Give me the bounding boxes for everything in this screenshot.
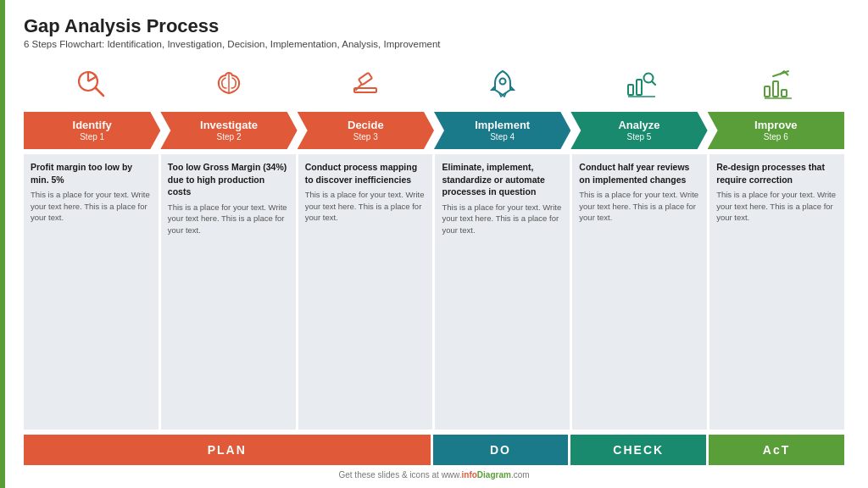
cards-row: Profit margin too low by min. 5% This is… (24, 154, 844, 430)
chart-search-icon (620, 64, 659, 103)
card-6: Re-design processes that require correct… (709, 154, 844, 430)
svg-rect-12 (765, 86, 770, 97)
card-2: Too low Gross Margin (34%) due to high p… (161, 154, 296, 430)
card-3: Conduct process mapping to discover inef… (298, 154, 433, 430)
step-3-arrow: Decide Step 3 (298, 112, 434, 149)
footer: Get these slides & icons at www.infoDiag… (24, 470, 844, 480)
step-6-arrow: Improve Step 6 (708, 112, 844, 149)
icon-cell-3 (298, 59, 434, 108)
icon-cell-1 (24, 59, 160, 108)
pdca-check-label: CHECK (613, 443, 664, 457)
step-1-arrow: Identify Step 1 (24, 112, 160, 149)
step-3-sub: Step 3 (348, 132, 384, 142)
step-3-label: Decide (348, 119, 384, 132)
card-5-title: Conduct half year reviews on implemented… (579, 161, 700, 186)
pdca-do-block: DO (433, 435, 569, 465)
card-1-body: This is a place for your text. Write you… (31, 189, 152, 223)
card-5: Conduct half year reviews on implemented… (572, 154, 707, 430)
card-3-body: This is a place for your text. Write you… (305, 189, 426, 223)
pdca-plan-block: PLAN (24, 435, 431, 465)
card-6-body: This is a place for your text. Write you… (716, 189, 837, 223)
step-5-label: Analyze (618, 119, 659, 132)
step-5-sub: Step 5 (618, 132, 659, 142)
svg-rect-8 (637, 80, 642, 95)
icon-cell-4 (434, 59, 570, 108)
svg-line-1 (96, 88, 103, 96)
step-5-arrow: Analyze Step 5 (570, 112, 707, 149)
step-2-label: Investigate (200, 119, 258, 132)
page-subtitle: 6 Steps Flowchart: Identification, Inves… (24, 39, 844, 49)
chart-up-icon (756, 64, 795, 103)
header: Gap Analysis Process 6 Steps Flowchart: … (24, 15, 844, 49)
card-6-title: Re-design processes that require correct… (716, 161, 837, 186)
pdca-act-block: AcT (709, 435, 844, 465)
brain-icon (209, 64, 248, 103)
gavel-icon (346, 64, 385, 103)
step-1-sub: Step 1 (73, 132, 112, 142)
left-accent-bar (0, 0, 5, 488)
step-6-sub: Step 6 (754, 132, 798, 142)
rocket-icon (483, 64, 522, 103)
card-5-body: This is a place for your text. Write you… (579, 189, 700, 223)
card-1-title: Profit margin too low by min. 5% (31, 161, 152, 186)
svg-point-2 (94, 87, 97, 90)
step-2-arrow: Investigate Step 2 (160, 112, 297, 149)
svg-point-6 (499, 79, 505, 85)
step-2-sub: Step 2 (200, 132, 258, 142)
pdca-row: PLAN DO CHECK AcT (24, 435, 844, 465)
card-4: Eliminate, implement, standardize or aut… (435, 154, 570, 430)
page-container: Gap Analysis Process 6 Steps Flowchart: … (0, 0, 868, 488)
svg-rect-7 (628, 85, 633, 95)
footer-brand: infoDiagram (462, 470, 511, 480)
step-6-label: Improve (754, 119, 798, 132)
card-3-title: Conduct process mapping to discover inef… (305, 161, 426, 186)
card-4-body: This is a place for your text. Write you… (442, 202, 563, 236)
card-2-body: This is a place for your text. Write you… (168, 202, 289, 236)
svg-rect-4 (359, 73, 372, 86)
page-title: Gap Analysis Process (24, 15, 844, 37)
card-2-title: Too low Gross Margin (34%) due to high p… (168, 161, 289, 198)
step-4-sub: Step 4 (475, 132, 530, 142)
pdca-act-label: AcT (763, 443, 790, 457)
icon-cell-2 (160, 59, 297, 108)
step-4-label: Implement (475, 119, 530, 132)
icons-row (24, 59, 844, 108)
svg-rect-14 (782, 90, 787, 97)
pdca-plan-label: PLAN (208, 443, 247, 457)
step-1-label: Identify (73, 119, 112, 132)
search-pie-icon (73, 64, 112, 103)
card-4-title: Eliminate, implement, standardize or aut… (442, 161, 563, 198)
icon-cell-6 (708, 59, 844, 108)
pdca-check-block: CHECK (570, 435, 706, 465)
svg-rect-13 (773, 81, 778, 97)
icon-cell-5 (570, 59, 707, 108)
svg-line-10 (652, 81, 655, 85)
pdca-do-label: DO (490, 443, 511, 457)
steps-row: Identify Step 1 Investigate Step 2 Decid… (24, 112, 844, 149)
step-4-arrow: Implement Step 4 (434, 112, 570, 149)
card-1: Profit margin too low by min. 5% This is… (24, 154, 159, 430)
